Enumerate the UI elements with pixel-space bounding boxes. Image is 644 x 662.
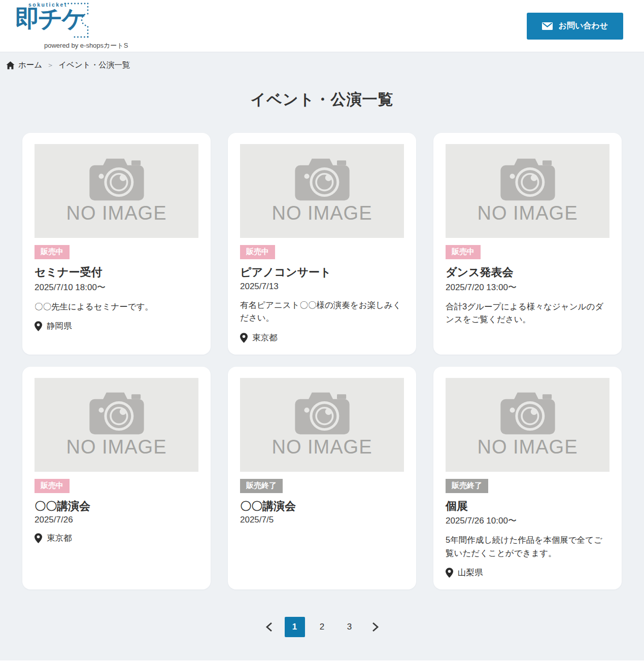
event-date: 2025/7/13 [240,282,404,292]
breadcrumb-current: イベント・公演一覧 [58,60,130,71]
event-title: セミナー受付 [35,265,198,280]
event-location: 山梨県 [446,567,609,578]
logo-brand-jp: 即チケ [15,7,85,31]
no-image-placeholder: NO IMAGE [446,378,609,472]
contact-button[interactable]: お問い合わせ [527,13,624,40]
event-description: 〇〇先生によるセミナーです。 [35,300,198,313]
event-location: 静岡県 [35,321,198,332]
no-image-label: NO IMAGE [477,202,578,224]
event-location-label: 東京都 [47,533,72,544]
page-title: イベント・公演一覧 [0,89,644,110]
camera-icon [293,392,352,435]
event-description: 合計3グループによる様々なジャンルのダンスをご覧ください。 [446,300,609,326]
breadcrumb: ホーム ＞ イベント・公演一覧 [0,52,644,76]
pagination: 1 2 3 [0,617,644,637]
home-icon [6,61,15,69]
breadcrumb-separator: ＞ [47,61,54,70]
location-pin-icon [35,321,42,331]
no-image-placeholder: NO IMAGE [446,144,609,238]
event-card[interactable]: NO IMAGE 販売中 セミナー受付 2025/7/10 18:00〜 〇〇先… [22,133,211,355]
camera-icon [293,158,352,201]
event-card-grid: NO IMAGE 販売中 セミナー受付 2025/7/10 18:00〜 〇〇先… [0,133,644,589]
status-badge: 販売中 [240,245,275,259]
event-card[interactable]: NO IMAGE 販売終了 〇〇講演会 2025/7/5 [228,367,416,590]
chevron-left-icon [265,621,273,633]
event-card[interactable]: NO IMAGE 販売中 〇〇講演会 2025/7/26 東京都 [22,367,211,590]
event-title: 〇〇講演会 [240,499,404,513]
site-logo[interactable]: sokuticket 即チケ powered by e-shopsカートS [15,2,128,50]
pagination-prev-button[interactable] [260,618,278,636]
no-image-label: NO IMAGE [272,436,372,458]
pagination-page-3[interactable]: 3 [340,617,360,637]
status-badge: 販売終了 [240,479,283,493]
header: sokuticket 即チケ powered by e-shopsカートS お問… [0,0,644,52]
event-date: 2025/7/5 [240,515,404,525]
event-card[interactable]: NO IMAGE 販売終了 個展 2025/7/26 10:00〜 5年間作成し… [433,367,622,590]
no-image-label: NO IMAGE [66,436,166,458]
event-location-label: 静岡県 [47,321,72,332]
camera-icon [498,392,557,435]
location-pin-icon [240,333,248,343]
no-image-label: NO IMAGE [477,436,578,458]
no-image-placeholder: NO IMAGE [35,378,198,472]
no-image-placeholder: NO IMAGE [35,144,198,238]
event-title: 個展 [446,499,609,513]
pagination-page-2[interactable]: 2 [312,617,332,637]
event-description: 有名ピアニスト〇〇様の演奏をお楽しみください。 [240,299,404,325]
status-badge: 販売終了 [446,479,488,493]
envelope-icon [542,22,553,30]
event-date: 2025/7/26 [35,515,198,525]
no-image-label: NO IMAGE [66,202,166,224]
pagination-next-button[interactable] [367,618,384,636]
event-description: 5年間作成し続けた作品を本個展で全てご覧いただくことができます。 [446,534,609,560]
no-image-label: NO IMAGE [272,202,372,224]
event-location-label: 東京都 [252,332,278,343]
status-badge: 販売中 [446,245,481,259]
status-badge: 販売中 [35,479,70,493]
camera-icon [87,158,146,201]
event-location: 東京都 [35,533,198,544]
pagination-page-1[interactable]: 1 [285,617,305,637]
event-location: 東京都 [240,332,404,343]
camera-icon [498,158,557,201]
event-card[interactable]: NO IMAGE 販売中 ダンス発表会 2025/7/20 13:00〜 合計3… [433,133,622,355]
event-date: 2025/7/10 18:00〜 [35,282,198,293]
status-badge: 販売中 [35,245,70,259]
event-date: 2025/7/20 13:00〜 [446,282,609,293]
contact-button-label: お問い合わせ [559,21,608,31]
location-pin-icon [35,533,42,543]
event-title: ダンス発表会 [446,265,609,280]
event-card[interactable]: NO IMAGE 販売中 ピアノコンサート 2025/7/13 有名ピアニスト〇… [228,133,416,355]
location-pin-icon [446,568,453,578]
no-image-placeholder: NO IMAGE [240,144,404,238]
event-location-label: 山梨県 [458,567,483,578]
event-title: ピアノコンサート [240,265,404,280]
logo-powered-by: powered by e-shopsカートS [44,41,128,50]
breadcrumb-home-link[interactable]: ホーム [6,60,42,71]
event-title: 〇〇講演会 [35,499,198,513]
breadcrumb-home-label: ホーム [18,60,42,71]
no-image-placeholder: NO IMAGE [240,378,404,472]
chevron-right-icon [371,621,380,633]
camera-icon [87,392,146,435]
event-date: 2025/7/26 10:00〜 [446,515,609,527]
